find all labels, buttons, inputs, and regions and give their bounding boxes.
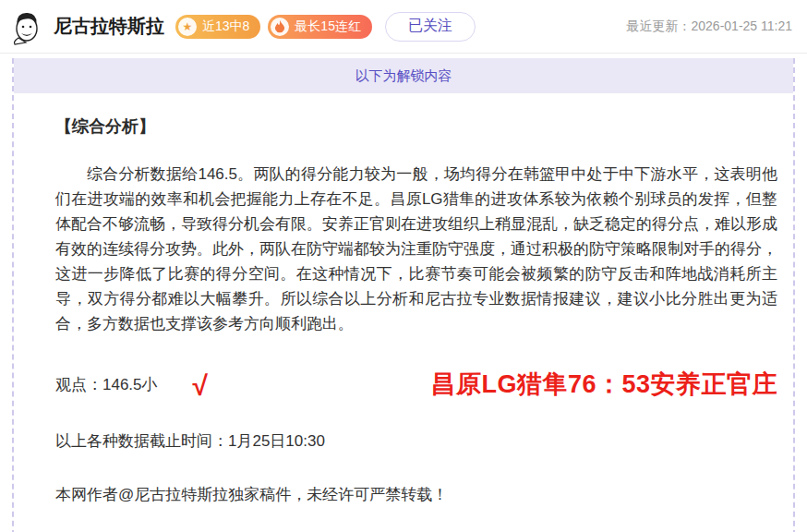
star-icon: ★ [178, 18, 197, 36]
final-score: 昌原LG猎隼76：53安养正官庄 [430, 368, 777, 401]
flame-icon [271, 18, 289, 36]
author-header: 尼古拉特斯拉 ★ 近13中8 最长15连红 已关注 最近更新：2026-01-2… [0, 0, 807, 54]
unlocked-content-card: 以下为解锁内容 【综合分析】 综合分析数据给146.5。两队的得分能力较为一般，… [12, 58, 795, 532]
data-cutoff-line: 以上各种数据截止时间：1月25日10:30 [55, 430, 777, 452]
analysis-paragraph: 综合分析数据给146.5。两队的得分能力较为一般，场均得分在韩篮甲中处于中下游水… [55, 162, 777, 336]
hit-rate-badge-label: 近13中8 [202, 18, 249, 35]
section-title: 【综合分析】 [55, 115, 777, 138]
unlock-banner: 以下为解锁内容 [14, 58, 793, 93]
streak-badge-label: 最长15连红 [295, 18, 361, 35]
last-update-time: 2026-01-25 11:21 [692, 18, 793, 33]
last-update: 最近更新：2026-01-25 11:21 [627, 18, 793, 35]
win-check-icon: √ [193, 372, 208, 400]
author-name: 尼古拉特斯拉 [54, 14, 164, 39]
hit-rate-badge: ★ 近13中8 [175, 15, 260, 39]
last-update-label: 最近更新： [627, 18, 692, 33]
author-avatar[interactable] [7, 7, 46, 46]
streak-badge: 最长15连红 [268, 15, 372, 39]
copyright-line: 本网作者@尼古拉特斯拉独家稿件，未经许可严禁转载！ [55, 484, 777, 505]
followed-button[interactable]: 已关注 [385, 12, 476, 42]
viewpoint-label: 观点： [55, 376, 102, 393]
viewpoint-label-value: 观点：146.5小 [55, 374, 158, 395]
unlock-banner-text: 以下为解锁内容 [355, 67, 452, 85]
tesla-sketch-icon [7, 7, 46, 46]
analysis-article: 【综合分析】 综合分析数据给146.5。两队的得分能力较为一般，场均得分在韩篮甲… [14, 93, 793, 532]
viewpoint-value: 146.5小 [102, 376, 158, 393]
viewpoint-row: 观点：146.5小 √ 昌原LG猎隼76：53安养正官庄 [55, 368, 777, 401]
